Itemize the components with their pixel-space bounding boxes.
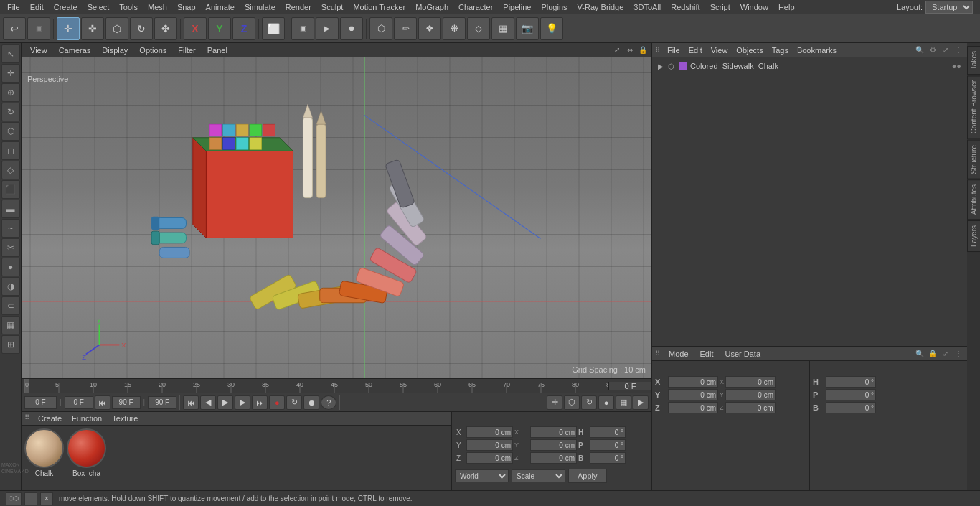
attr-z2-input[interactable]	[725, 402, 776, 413]
menu-render[interactable]: Render	[281, 1, 316, 13]
loop-button[interactable]: ↻	[286, 395, 302, 410]
menu-script[interactable]: Script	[706, 1, 735, 13]
mat-menu-function[interactable]: Function	[67, 413, 106, 423]
tool-edge[interactable]: ◻	[1, 141, 20, 160]
menu-snap[interactable]: Snap	[173, 1, 200, 13]
attr-y-input[interactable]	[668, 389, 718, 400]
h-rot-input[interactable]	[590, 426, 626, 438]
render-pb[interactable]: ▶	[633, 395, 649, 410]
object-item-chalk[interactable]: ▶ ⬡ Colored_Sidewalk_Chalk ●●	[655, 60, 964, 72]
om-menu-file[interactable]: File	[663, 44, 684, 56]
tab-content-browser[interactable]: Content Browser	[967, 75, 981, 139]
tool-box[interactable]: ⬛	[1, 180, 20, 199]
tool-sculpt2[interactable]: ◑	[1, 277, 20, 296]
camera-button[interactable]: 📷	[516, 17, 539, 40]
transform-tool-button[interactable]: ✤	[154, 17, 177, 40]
vp-menu-view[interactable]: View	[24, 44, 53, 56]
attr-x2-input[interactable]	[725, 376, 776, 388]
scale-tool-button[interactable]: ⬡	[105, 17, 128, 40]
tool-magnet[interactable]: ⊂	[1, 296, 20, 315]
menu-window[interactable]: Window	[736, 1, 773, 13]
nurbs-button[interactable]: ▦	[491, 17, 514, 40]
attr-x-input[interactable]	[668, 376, 718, 388]
go-end-button[interactable]: ⏭	[252, 395, 268, 410]
p-rot-input[interactable]	[590, 439, 626, 451]
tool-arrow[interactable]: ↖	[1, 44, 20, 63]
step-back-button[interactable]: ◀	[200, 395, 216, 410]
x-axis-button[interactable]: X	[184, 17, 207, 40]
menu-plugins[interactable]: Plugins	[537, 1, 571, 13]
vp-menu-panel[interactable]: Panel	[202, 44, 233, 56]
deform-button[interactable]: ❋	[443, 17, 466, 40]
help-button[interactable]: ?	[321, 395, 336, 410]
timeline-ruler[interactable]: 0 5 10 15 20 25 30 35 40	[22, 379, 608, 393]
z-pos-input[interactable]	[466, 452, 513, 464]
tool-move[interactable]: ✛	[1, 64, 20, 83]
om-settings-icon[interactable]: ⚙	[927, 44, 938, 56]
attr-search-icon[interactable]: 🔍	[914, 348, 925, 360]
attr-lock-icon[interactable]: 🔒	[927, 348, 938, 360]
object-mode-button[interactable]: ⬜	[262, 17, 285, 40]
spline-button[interactable]: ◇	[467, 17, 490, 40]
auto-key-button[interactable]: ⏺	[303, 395, 319, 410]
menu-edit[interactable]: Edit	[26, 1, 48, 13]
menu-help[interactable]: Help	[774, 1, 799, 13]
tool-rotate2[interactable]: ↻	[1, 103, 20, 121]
redo-button[interactable]: ▣	[27, 17, 50, 40]
menu-redshift[interactable]: Redshift	[666, 1, 704, 13]
vp-icon-arrows[interactable]: ⇔	[624, 44, 636, 56]
tool-knife[interactable]: ✂	[1, 238, 20, 257]
menu-motion-tracker[interactable]: Motion Tracker	[349, 1, 410, 13]
attr-menu-edit[interactable]: Edit	[694, 348, 720, 360]
om-expand-icon[interactable]: ⤢	[940, 44, 951, 56]
group-button[interactable]: ❖	[418, 17, 441, 40]
material-box[interactable]: Box_cha	[67, 428, 106, 487]
om-menu-bookmarks[interactable]: Bookmarks	[793, 44, 841, 56]
vp-menu-display[interactable]: Display	[96, 44, 133, 56]
attr-menu-userdata[interactable]: User Data	[720, 348, 767, 360]
menu-select[interactable]: Select	[83, 1, 114, 13]
render-view-button[interactable]: ▶	[316, 17, 339, 40]
tool-poly[interactable]: ⬡	[1, 122, 20, 141]
attr-b-input[interactable]	[826, 402, 876, 413]
object-options-dots[interactable]: ●●	[952, 62, 961, 70]
move-tool-pb[interactable]: ✛	[547, 395, 562, 410]
menu-file[interactable]: File	[3, 1, 24, 13]
om-menu-view[interactable]: View	[707, 44, 732, 56]
tool-grid2[interactable]: ▦	[1, 316, 20, 334]
layout-select[interactable]: Startup	[925, 1, 973, 14]
render-active-button[interactable]: ⏺	[340, 17, 363, 40]
start-frame-input[interactable]	[65, 396, 93, 409]
world-select[interactable]: World	[455, 469, 509, 482]
menu-sculpt[interactable]: Sculpt	[317, 1, 348, 13]
y-axis-button[interactable]: Y	[208, 17, 231, 40]
menu-simulate[interactable]: Simulate	[240, 1, 280, 13]
tab-layers[interactable]: Layers	[967, 220, 981, 252]
z-axis-button[interactable]: Z	[232, 17, 255, 40]
vp-menu-options[interactable]: Options	[133, 44, 172, 56]
apply-button[interactable]: Apply	[568, 469, 607, 483]
move-tool-button[interactable]: ✜	[81, 17, 104, 40]
vp-icon-lock[interactable]: 🔒	[637, 44, 649, 56]
b-rot-input[interactable]	[590, 452, 626, 464]
menu-mesh[interactable]: Mesh	[143, 1, 171, 13]
step-forward-button[interactable]: ▶	[235, 395, 250, 410]
render-region-button[interactable]: ▣	[291, 17, 314, 40]
attr-dots-icon[interactable]: ⋮	[953, 348, 964, 360]
attr-expand-icon[interactable]: ⤢	[940, 348, 951, 360]
mat-menu-create[interactable]: Create	[34, 413, 66, 423]
menu-animate[interactable]: Animate	[202, 1, 239, 13]
menu-create[interactable]: Create	[50, 1, 82, 13]
menu-tools[interactable]: Tools	[115, 1, 142, 13]
record-button[interactable]: ●	[269, 395, 285, 410]
om-dots-icon[interactable]: ⋮	[953, 44, 964, 56]
vp-icon-expand[interactable]: ⤢	[611, 44, 623, 56]
status-icon-minimize[interactable]: _	[24, 492, 37, 505]
cube-button[interactable]: ⬡	[369, 17, 392, 40]
menu-character[interactable]: Character	[454, 1, 497, 13]
preview-end-input[interactable]	[148, 396, 176, 409]
y-size-input[interactable]	[530, 439, 577, 451]
rotate-pb[interactable]: ↻	[581, 395, 597, 410]
viewport[interactable]: View Cameras Display Options Filter Pane…	[22, 43, 651, 378]
status-icon-record[interactable]: ⬡⬡	[6, 492, 22, 505]
